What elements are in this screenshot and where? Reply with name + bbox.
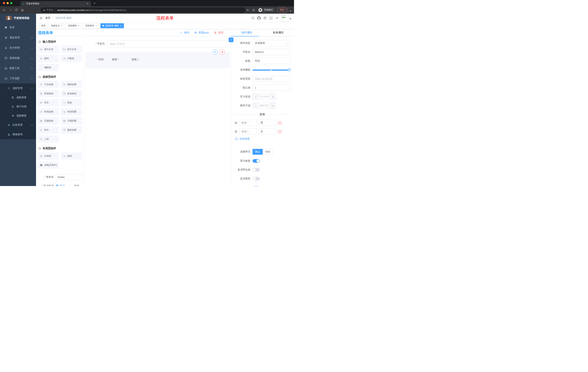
tab-form-props[interactable]: 表单属性 <box>262 29 294 36</box>
github-icon[interactable] <box>257 16 261 20</box>
browser-tab[interactable]: 芋道管理系统 ✕ <box>20 1 91 6</box>
label-width-input[interactable] <box>252 76 290 82</box>
clear-button[interactable]: 清空 <box>214 31 224 34</box>
sidebar-item-process-form[interactable]: 流程表单 <box>0 93 36 102</box>
style-button-button[interactable]: 按钮 <box>263 149 273 155</box>
bookmark-star-icon[interactable] <box>252 8 255 12</box>
drag-handle-icon[interactable] <box>234 130 238 133</box>
sidebar-item-leave-query[interactable]: 请假查询 <box>0 130 36 139</box>
avatar[interactable] <box>281 14 289 22</box>
slider-handle[interactable] <box>288 68 291 71</box>
palette-item[interactable]: 滑块 <box>61 99 82 106</box>
gender-option-2[interactable]: 选项二 <box>126 58 139 61</box>
sidebar-item-system[interactable]: 系统管理 <box>0 32 36 43</box>
state-radio-on[interactable]: 开启 <box>56 184 65 186</box>
min-select-stepper[interactable]: − 至少应选 + <box>252 94 276 100</box>
palette-item[interactable]: 按钮 <box>61 152 82 159</box>
stepper-value[interactable]: 至少应选 <box>259 94 270 100</box>
search-icon[interactable] <box>251 16 255 20</box>
field-name-input[interactable] <box>252 49 290 55</box>
back-icon[interactable] <box>3 8 6 12</box>
decrement-button[interactable]: − <box>253 94 259 100</box>
close-icon[interactable]: ✕ <box>78 25 80 27</box>
browser-update-button[interactable]: 更新 <box>277 8 288 12</box>
palette-item[interactable]: 编辑器 <box>38 64 59 71</box>
sidebar-item-process-model[interactable]: 流程模型 <box>0 111 36 120</box>
palette-item[interactable]: 123计数器 <box>61 55 82 62</box>
default-value-input[interactable] <box>252 85 290 91</box>
grid-slider[interactable] <box>252 67 290 73</box>
remove-option-icon[interactable] <box>278 121 282 125</box>
option-label-input[interactable] <box>239 120 257 126</box>
palette-item[interactable]: 日期范围 <box>61 117 82 125</box>
checkbox-icon[interactable] <box>127 58 130 61</box>
component-type-select[interactable]: 多选框组 <box>252 40 290 46</box>
increment-button[interactable]: + <box>270 94 276 100</box>
phone-input[interactable] <box>107 40 226 47</box>
palette-item[interactable]: 单行文本 <box>38 46 59 53</box>
increment-button[interactable]: + <box>270 103 276 108</box>
sidebar-item-workflow[interactable]: 工作流程 <box>0 73 36 84</box>
option-label-input[interactable] <box>239 128 257 135</box>
sidebar-item-infra[interactable]: 基础设施 <box>0 53 36 63</box>
state-radio-off[interactable]: 关闭 <box>70 184 79 186</box>
palette-item[interactable]: 颜色选择 <box>61 126 82 134</box>
palette-item[interactable]: 多行文本 <box>61 46 82 53</box>
tag-active[interactable]: 流程表单-编辑✕ <box>100 23 124 28</box>
palette-item[interactable]: 多选框组 <box>61 90 82 97</box>
option-value-input[interactable] <box>259 128 276 135</box>
close-icon[interactable]: ✕ <box>61 25 63 27</box>
palette-item[interactable]: 行容器 <box>38 152 59 159</box>
sidebar-item-dev[interactable]: 研发工具 <box>0 63 36 73</box>
palette-item[interactable]: 开关 <box>38 99 59 106</box>
save-button[interactable]: 保存 <box>179 31 189 34</box>
view-json-button[interactable]: 查看json <box>194 31 209 34</box>
sidebar-item-user-group[interactable]: 用户分组 <box>0 102 36 111</box>
palette-item[interactable]: 密码 <box>38 55 59 62</box>
caret-down-icon[interactable] <box>290 18 292 20</box>
gender-option-1[interactable]: 选项一 <box>106 58 119 61</box>
macos-window-controls[interactable] <box>3 2 12 4</box>
canvas-field-phone[interactable]: *手机号 <box>87 40 228 47</box>
address-bar[interactable]: 不安全 dashboard.yudao.iocoder.cn/bpm/manag… <box>40 8 246 12</box>
remove-option-icon[interactable] <box>278 130 282 134</box>
disabled-switch[interactable] <box>252 177 260 181</box>
decrement-button[interactable]: − <box>253 103 259 108</box>
tag-process-form[interactable]: 流程表单✕ <box>83 23 99 28</box>
palette-item[interactable]: 上传 <box>38 135 59 143</box>
tag-process-def[interactable]: 流程定义✕ <box>49 23 65 28</box>
show-label-switch[interactable] <box>252 159 260 163</box>
palette-item[interactable]: 单选框组 <box>38 90 59 97</box>
font-size-icon[interactable]: TT <box>275 16 279 20</box>
palette-item[interactable]: 评分 <box>38 126 59 134</box>
sidebar-item-task-mgmt[interactable]: 任务管理 <box>0 120 36 130</box>
delete-component-button[interactable] <box>220 49 225 55</box>
new-tab-button[interactable]: + <box>94 1 95 5</box>
palette-item[interactable]: 日期选择 <box>38 117 59 125</box>
palette-item[interactable]: 下拉选择 <box>38 81 59 88</box>
palette-item[interactable]: 时间选择 <box>38 108 59 115</box>
tag-process-model[interactable]: 流程模型✕ <box>66 23 82 28</box>
tag-home[interactable]: 首页 <box>39 23 48 28</box>
sidebar-logo[interactable]: 芋道管理系统 <box>0 14 36 22</box>
max-select-stepper[interactable]: − 最多可选 + <box>252 102 276 109</box>
sidebar-item-process-mgmt[interactable]: 流程管理 <box>0 84 36 93</box>
copy-component-button[interactable] <box>212 49 218 55</box>
option-value-input[interactable] <box>259 120 276 126</box>
drag-handle-icon[interactable] <box>234 121 238 125</box>
palette-item[interactable]: 表格[开发中] <box>38 161 59 169</box>
link-tag[interactable] <box>229 37 233 42</box>
stepper-value[interactable]: 最多可选 <box>259 103 270 108</box>
fullscreen-icon[interactable] <box>269 16 273 20</box>
zoom-window-button[interactable] <box>10 2 12 4</box>
checkbox-icon[interactable] <box>108 58 110 61</box>
password-key-icon[interactable] <box>246 8 249 12</box>
minimize-window-button[interactable] <box>7 2 9 4</box>
title-input[interactable] <box>252 58 290 64</box>
sidebar-item-pay[interactable]: 支付管理 <box>0 43 36 53</box>
help-icon[interactable] <box>263 16 267 20</box>
security-chip[interactable]: 不安全 <box>43 9 53 12</box>
breadcrumb-home[interactable]: 首页 <box>45 16 50 19</box>
tab-component-props[interactable]: 组件属性 <box>231 29 262 36</box>
sidebar-item-home[interactable]: 首页 <box>0 22 36 32</box>
